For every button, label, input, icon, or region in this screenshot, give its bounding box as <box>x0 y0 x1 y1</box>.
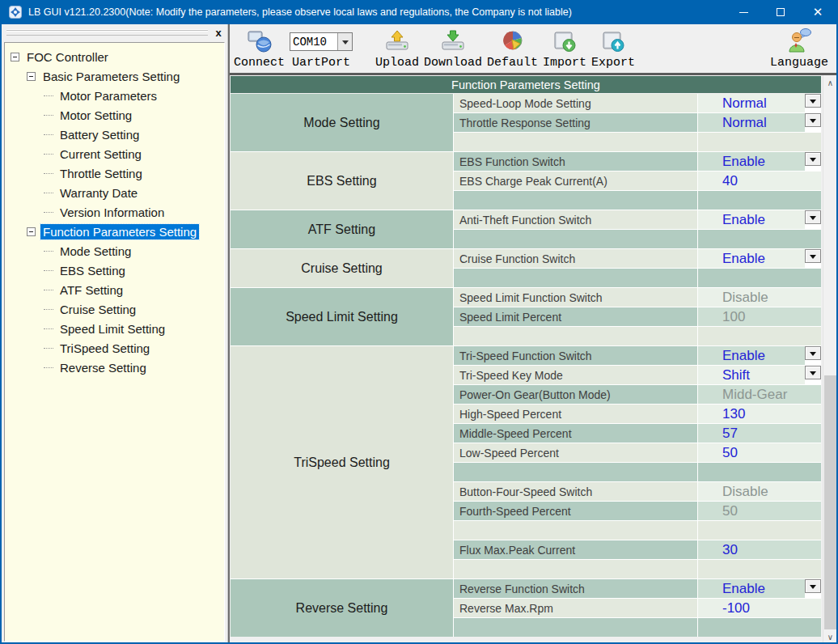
tree-connector <box>44 134 53 135</box>
close-button[interactable]: ✕ <box>799 0 836 24</box>
spacer-value <box>698 133 821 151</box>
import-label: Import <box>543 56 586 70</box>
tree-item[interactable]: FOC Controller <box>5 47 224 66</box>
param-value[interactable]: Enable <box>698 249 821 268</box>
scroll-down-icon[interactable]: ∨ <box>823 629 836 644</box>
tree-item-label: Throttle Setting <box>57 166 145 181</box>
connect-label: Connect <box>234 56 285 70</box>
tree-item[interactable]: Function Parameters Setting <box>5 222 224 241</box>
param-value-text: Enable <box>722 581 765 597</box>
param-value[interactable]: 50 <box>698 443 821 462</box>
grip-handle[interactable] <box>6 30 208 36</box>
tree-item[interactable]: Motor Setting <box>5 105 224 125</box>
collapse-minus-icon[interactable] <box>11 53 19 61</box>
download-button[interactable]: Download <box>424 27 482 70</box>
app-window: LB GUI v121.20.2300(Note: Modify the par… <box>0 0 838 644</box>
spacer-row <box>454 327 697 345</box>
param-value[interactable]: 30 <box>698 540 821 559</box>
param-value[interactable]: Enable <box>698 152 821 171</box>
param-value[interactable]: Enable <box>698 579 821 598</box>
chevron-down-icon[interactable] <box>805 94 821 108</box>
param-value[interactable]: Enable <box>698 210 821 229</box>
connect-button[interactable]: Connect <box>234 27 285 70</box>
close-icon: ✕ <box>813 5 823 19</box>
chevron-down-icon[interactable] <box>805 113 821 127</box>
param-value: Disable <box>698 482 821 501</box>
dropdown-strip <box>805 113 821 132</box>
tree-connector <box>44 367 53 368</box>
param-label: Middle-Speed Percent <box>454 424 697 443</box>
scrollbar-thumb[interactable] <box>824 375 836 629</box>
tree-item[interactable]: TriSpeed Setting <box>5 338 224 358</box>
chevron-down-icon[interactable] <box>805 249 821 263</box>
dropdown-strip <box>805 579 821 598</box>
minimize-button[interactable] <box>725 0 762 24</box>
tree-item[interactable]: EBS Setting <box>5 261 224 280</box>
tree-item[interactable]: Mode Setting <box>5 241 224 261</box>
spacer-row <box>454 560 697 578</box>
tree-item[interactable]: Version Information <box>5 202 224 222</box>
param-label: Anti-Theft Function Switch <box>454 210 697 229</box>
uartport-value: COM10 <box>290 33 337 50</box>
default-label: Default <box>487 56 538 70</box>
tree-connector <box>44 193 53 193</box>
tree-item-label: Current Setting <box>57 146 144 162</box>
uartport-control: COM10 UartPort <box>290 27 353 70</box>
chevron-down-icon[interactable] <box>805 346 821 360</box>
sidebar-header: x <box>2 24 227 41</box>
spacer-row <box>454 133 697 151</box>
tree-item[interactable]: Motor Parameters <box>5 86 224 105</box>
param-value[interactable]: 130 <box>698 405 821 423</box>
tree-item[interactable]: Basic Parameters Setting <box>5 66 224 86</box>
export-button[interactable]: Export <box>591 27 635 70</box>
chevron-down-icon[interactable] <box>805 152 821 166</box>
param-label: Reverse Max.Rpm <box>454 599 697 617</box>
collapse-minus-icon[interactable] <box>27 227 36 236</box>
uartport-combobox[interactable]: COM10 <box>290 32 353 51</box>
maximize-button[interactable] <box>762 0 799 24</box>
tree-item[interactable]: Current Setting <box>5 144 224 163</box>
chevron-down-icon[interactable] <box>337 33 352 50</box>
tree-item-label: Warranty Date <box>57 185 140 201</box>
param-value[interactable]: -100 <box>698 599 821 617</box>
app-icon <box>9 6 22 19</box>
param-value[interactable]: 40 <box>698 172 821 190</box>
tree-item-label: ATF Setting <box>57 282 125 298</box>
toolbar: Connect COM10 UartPort <box>230 24 836 75</box>
scroll-up-icon[interactable]: ∧ <box>823 75 836 90</box>
param-label: EBS Function Switch <box>454 152 697 171</box>
import-button[interactable]: Import <box>543 27 586 70</box>
tree-item[interactable]: Battery Setting <box>5 125 224 144</box>
param-label: Throttle Response Setting <box>454 113 697 132</box>
param-value-text: Normal <box>722 115 767 131</box>
tree-item[interactable]: ATF Setting <box>5 280 224 299</box>
tree-item[interactable]: Cruise Setting <box>5 299 224 319</box>
upload-button[interactable]: Upload <box>375 27 419 70</box>
spacer-value <box>698 327 821 345</box>
group-cell: Cruise Setting <box>231 249 453 287</box>
param-value[interactable]: 57 <box>698 424 821 443</box>
language-button[interactable]: Language <box>770 27 828 70</box>
param-value-text: 100 <box>722 309 745 325</box>
dropdown-strip <box>805 346 821 365</box>
param-value[interactable]: Enable <box>698 346 821 365</box>
tree-item-label: FOC Controller <box>24 49 111 65</box>
dropdown-strip <box>805 152 821 171</box>
param-value[interactable]: Shift <box>698 366 821 384</box>
vertical-scrollbar[interactable]: ∧ ∨ <box>823 75 836 644</box>
tree-item[interactable]: Throttle Setting <box>5 163 224 183</box>
chevron-down-icon[interactable] <box>805 579 821 593</box>
tree-item[interactable]: Speed Limit Setting <box>5 319 224 338</box>
tree-item[interactable]: Warranty Date <box>5 183 224 202</box>
param-value[interactable]: Normal <box>698 94 821 112</box>
sidebar-close-button[interactable]: x <box>213 28 224 39</box>
param-value-text: 130 <box>722 406 745 422</box>
chevron-down-icon[interactable] <box>805 210 821 224</box>
param-value[interactable]: Normal <box>698 113 821 132</box>
collapse-minus-icon[interactable] <box>27 72 36 81</box>
chevron-down-icon[interactable] <box>805 366 821 379</box>
group-cell: TriSpeed Setting <box>231 346 453 578</box>
tree-item[interactable]: Reverse Setting <box>5 358 224 377</box>
maximize-icon <box>777 8 785 16</box>
default-button[interactable]: Default <box>487 27 538 70</box>
